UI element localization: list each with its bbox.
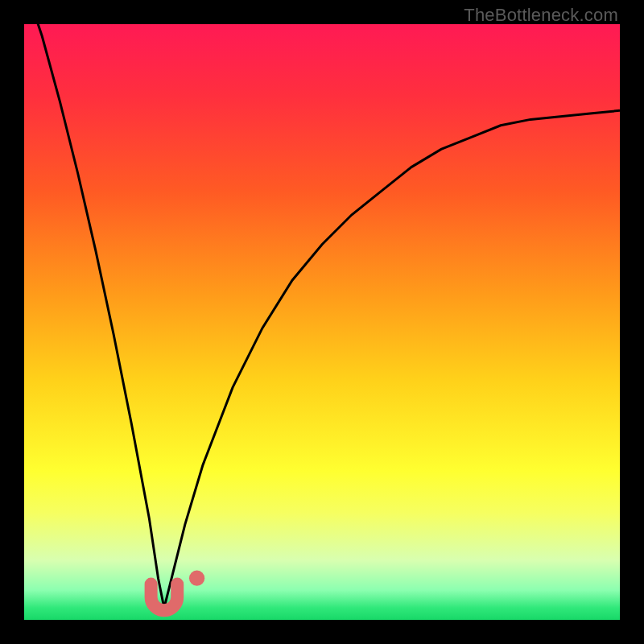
bottleneck-curve	[24, 24, 620, 620]
watermark-text: TheBottleneck.com	[464, 5, 618, 26]
near-optimal-marker-dot	[189, 571, 204, 586]
plot-area	[24, 24, 620, 620]
optimal-marker-arc	[151, 584, 178, 611]
outer-frame: TheBottleneck.com	[0, 0, 644, 644]
